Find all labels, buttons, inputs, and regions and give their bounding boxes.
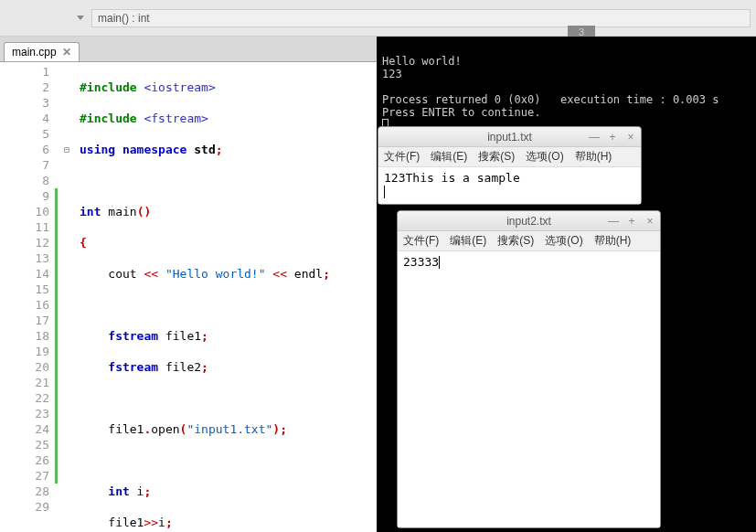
close-icon[interactable]: ×: [624, 131, 637, 144]
maximize-icon[interactable]: +: [606, 131, 619, 144]
menu-help[interactable]: 帮助(H): [575, 149, 612, 165]
text-cursor-icon: [384, 186, 385, 198]
tab-filename: main.cpp: [12, 46, 57, 59]
line-number-gutter: 1234567891011121314151617181920212223242…: [0, 62, 55, 532]
window2-title: input2.txt: [506, 215, 551, 228]
menu-options[interactable]: 选项(O): [545, 233, 582, 249]
window1-titlebar[interactable]: input1.txt — + ×: [378, 127, 641, 147]
maximize-icon[interactable]: +: [625, 215, 638, 228]
tab-close-icon[interactable]: ✕: [62, 46, 71, 59]
minimize-icon[interactable]: —: [588, 131, 601, 144]
dropdown-arrow-icon[interactable]: [73, 11, 88, 26]
menu-file[interactable]: 文件(F): [403, 233, 439, 249]
text-editor-window-1[interactable]: input1.txt — + × 文件(F) 编辑(E) 搜索(S) 选项(O)…: [378, 126, 642, 205]
function-scope-dropdown[interactable]: main() : int: [91, 9, 751, 27]
close-icon[interactable]: ×: [644, 215, 656, 228]
menu-edit[interactable]: 编辑(E): [431, 149, 467, 165]
minimize-icon[interactable]: —: [607, 215, 620, 228]
window1-content[interactable]: 123This is a sample: [378, 167, 641, 204]
window2-titlebar[interactable]: input2.txt — + ×: [398, 211, 660, 231]
window2-menubar: 文件(F) 编辑(E) 搜索(S) 选项(O) 帮助(H): [398, 231, 660, 251]
text-cursor-icon: [439, 256, 440, 269]
fold-toggle-icon[interactable]: ⊟: [58, 142, 76, 157]
menu-search[interactable]: 搜索(S): [478, 149, 515, 165]
window1-title: input1.txt: [487, 131, 532, 144]
editor-tab-main[interactable]: main.cpp ✕: [4, 42, 80, 61]
window2-content[interactable]: 23333: [398, 251, 660, 527]
top-toolbar: main() : int: [0, 0, 756, 37]
window1-menubar: 文件(F) 编辑(E) 搜索(S) 选项(O) 帮助(H): [378, 147, 641, 167]
menu-search[interactable]: 搜索(S): [497, 233, 534, 249]
fold-gutter: ⊟: [58, 62, 76, 532]
menu-help[interactable]: 帮助(H): [594, 233, 632, 249]
text-editor-window-2[interactable]: input2.txt — + × 文件(F) 编辑(E) 搜索(S) 选项(O)…: [397, 210, 661, 528]
menu-edit[interactable]: 编辑(E): [450, 233, 486, 249]
menu-file[interactable]: 文件(F): [384, 149, 420, 165]
menu-options[interactable]: 选项(O): [526, 149, 563, 165]
